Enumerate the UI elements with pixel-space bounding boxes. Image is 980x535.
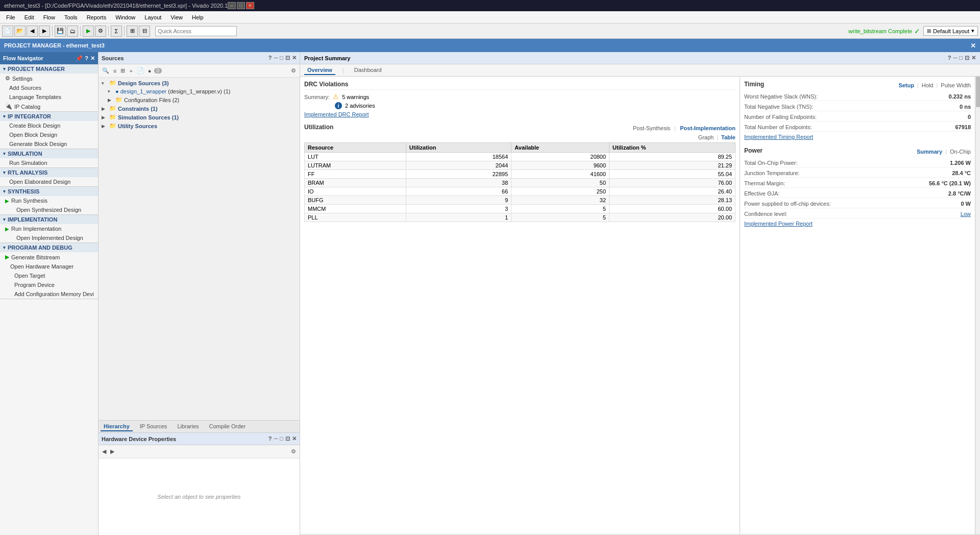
sources-expand-icon[interactable]: ⊡ bbox=[285, 55, 290, 61]
nav-language-templates[interactable]: Language Templates bbox=[0, 92, 98, 102]
minimize-button[interactable]: ─ bbox=[228, 2, 236, 9]
nav-add-sources[interactable]: Add Sources bbox=[0, 83, 98, 92]
section-header-ip-integrator[interactable]: ▾ IP INTEGRATOR bbox=[0, 112, 98, 121]
ps-minimize-icon[interactable]: ─ bbox=[953, 55, 958, 61]
tree-sim-sources[interactable]: ▶ 📁 Simulation Sources (1) bbox=[100, 113, 299, 121]
nav-generate-block[interactable]: Generate Block Design bbox=[0, 139, 98, 149]
tb-sigma-button[interactable]: Σ bbox=[111, 26, 122, 37]
tab-dashboard[interactable]: Dashboard bbox=[351, 66, 385, 75]
ps-scroll-thumb[interactable] bbox=[976, 77, 980, 107]
nav-close-icon[interactable]: ✕ bbox=[90, 55, 95, 62]
nav-run-synthesis[interactable]: ▶ Run Synthesis bbox=[0, 196, 98, 205]
nav-create-block[interactable]: Create Block Design bbox=[0, 121, 98, 130]
tab-timing-setup[interactable]: Setup bbox=[898, 82, 914, 88]
tb-extra-button[interactable]: ⊞ bbox=[127, 26, 138, 37]
tree-utility-sources[interactable]: ▶ 📁 Utility Sources bbox=[100, 121, 299, 130]
hw-maximize-icon[interactable]: □ bbox=[280, 435, 283, 442]
hw-close-icon[interactable]: ✕ bbox=[292, 435, 297, 442]
sources-maximize-icon[interactable]: □ bbox=[280, 55, 283, 61]
menu-reports[interactable]: Reports bbox=[83, 13, 111, 21]
nav-settings[interactable]: ⚙ Settings bbox=[0, 74, 98, 83]
tab-graph[interactable]: Graph bbox=[698, 134, 714, 140]
tree-design-wrapper[interactable]: ▾ ● design_1_wrapper (design_1_wrapper.v… bbox=[100, 87, 299, 95]
menu-view[interactable]: View bbox=[166, 13, 187, 21]
nav-program-device[interactable]: Program Device bbox=[0, 280, 98, 289]
nav-run-simulation[interactable]: Run Simulation bbox=[0, 158, 98, 167]
tb-open-button[interactable]: 📂 bbox=[14, 26, 26, 37]
sources-filter-icon[interactable]: ≡ bbox=[112, 67, 118, 75]
timing-report-link[interactable]: Implemented Timing Report bbox=[744, 134, 813, 140]
menu-help[interactable]: Help bbox=[188, 13, 208, 21]
sources-circle-icon[interactable]: ● bbox=[146, 67, 153, 75]
section-header-program-debug[interactable]: ▾ PROGRAM AND DEBUG bbox=[0, 243, 98, 252]
quick-access-input[interactable] bbox=[155, 26, 237, 36]
nav-open-target[interactable]: Open Target bbox=[0, 271, 98, 280]
sources-add-icon[interactable]: + bbox=[128, 67, 134, 75]
menu-flow[interactable]: Flow bbox=[39, 13, 59, 21]
nav-gen-bitstream[interactable]: ▶ Generate Bitstream bbox=[0, 252, 98, 262]
drc-report-link[interactable]: Implemented DRC Report bbox=[304, 111, 369, 117]
ps-scrollbar[interactable] bbox=[975, 77, 980, 534]
sources-minimize-icon[interactable]: ─ bbox=[274, 55, 278, 61]
tree-design-sources[interactable]: ▾ 📁 Design Sources (3) bbox=[100, 79, 299, 87]
section-header-rtl-analysis[interactable]: ▾ RTL ANALYSIS bbox=[0, 168, 98, 177]
menu-window[interactable]: Window bbox=[111, 13, 139, 21]
tree-config-files[interactable]: ▶ 📁 Configuration Files (2) bbox=[100, 95, 299, 104]
nav-open-synth[interactable]: Open Synthesized Design bbox=[0, 205, 98, 214]
hw-gear-icon[interactable]: ⚙ bbox=[289, 447, 298, 456]
tb-back-button[interactable]: ◀ bbox=[27, 26, 38, 37]
nav-pin-icon[interactable]: 📌 bbox=[76, 55, 83, 62]
hw-question-icon[interactable]: ? bbox=[268, 435, 272, 442]
power-row-link[interactable]: Low bbox=[961, 211, 971, 217]
tab-compile-order[interactable]: Compile Order bbox=[206, 422, 249, 431]
ps-close-icon[interactable]: ✕ bbox=[971, 55, 976, 61]
tab-post-synthesis[interactable]: Post-Synthesis bbox=[633, 125, 670, 131]
ps-question-icon[interactable]: ? bbox=[948, 55, 951, 61]
tab-timing-hold[interactable]: Hold bbox=[922, 82, 934, 88]
ps-expand-icon[interactable]: ⊡ bbox=[965, 55, 969, 61]
tb-new-button[interactable]: 📄 bbox=[2, 26, 13, 37]
tab-ip-sources[interactable]: IP Sources bbox=[137, 422, 170, 431]
close-button[interactable]: ✕ bbox=[246, 2, 254, 9]
tab-power-onchip[interactable]: On-Chip bbox=[950, 149, 971, 155]
projbar-close-icon[interactable]: ✕ bbox=[970, 42, 976, 50]
section-header-synthesis[interactable]: ▾ SYNTHESIS bbox=[0, 187, 98, 196]
nav-open-hw[interactable]: Open Hardware Manager bbox=[0, 262, 98, 271]
hw-expand-icon[interactable]: ⊡ bbox=[285, 435, 290, 442]
nav-run-impl[interactable]: ▶ Run Implementation bbox=[0, 224, 98, 233]
tab-power-summary[interactable]: Summary bbox=[917, 149, 942, 155]
nav-open-elaborated[interactable]: Open Elaborated Design bbox=[0, 177, 98, 186]
hw-forward-icon[interactable]: ▶ bbox=[109, 447, 116, 456]
menu-file[interactable]: File bbox=[2, 13, 19, 21]
menu-layout[interactable]: Layout bbox=[140, 13, 165, 21]
tree-link-design-wrapper[interactable]: design_1_wrapper bbox=[120, 88, 167, 94]
tab-timing-pulse-width[interactable]: Pulse Width bbox=[941, 82, 971, 88]
menu-edit[interactable]: Edit bbox=[20, 13, 38, 21]
nav-ip-catalog[interactable]: 🔌 IP Catalog bbox=[0, 102, 98, 111]
nav-add-config[interactable]: Add Configuration Memory Devi bbox=[0, 289, 98, 299]
tb-save-button[interactable]: 💾 bbox=[55, 26, 66, 37]
section-header-implementation[interactable]: ▾ IMPLEMENTATION bbox=[0, 215, 98, 224]
tb-settings-button[interactable]: ⚙ bbox=[95, 26, 106, 37]
tb-run-button[interactable]: ▶ bbox=[83, 26, 94, 37]
tree-constraints[interactable]: ▶ 📁 Constraints (1) bbox=[100, 104, 299, 113]
sources-question-icon[interactable]: ? bbox=[268, 55, 272, 61]
tb-save-all-button[interactable]: 🗂 bbox=[67, 26, 78, 37]
power-report-link[interactable]: Implemented Power Report bbox=[744, 221, 813, 227]
sources-expand-all-icon[interactable]: ⊞ bbox=[119, 66, 127, 75]
layout-selector[interactable]: ⊞ Default Layout ▾ bbox=[923, 26, 978, 36]
section-header-project-manager[interactable]: ▾ PROJECT MANAGER bbox=[0, 64, 98, 74]
sources-gear-icon[interactable]: ⚙ bbox=[289, 66, 298, 75]
tab-post-implementation[interactable]: Post-Implementation bbox=[680, 125, 736, 131]
tab-table[interactable]: Table bbox=[721, 134, 736, 140]
menu-tools[interactable]: Tools bbox=[60, 13, 82, 21]
nav-open-block[interactable]: Open Block Design bbox=[0, 130, 98, 139]
tab-hierarchy[interactable]: Hierarchy bbox=[101, 422, 133, 431]
hw-minimize-icon[interactable]: ─ bbox=[274, 435, 278, 442]
sources-close-icon[interactable]: ✕ bbox=[292, 55, 297, 61]
nav-open-impl[interactable]: Open Implemented Design bbox=[0, 233, 98, 242]
sources-search-icon[interactable]: 🔍 bbox=[101, 66, 111, 75]
tb-forward-button[interactable]: ▶ bbox=[39, 26, 50, 37]
tb-extra2-button[interactable]: ⊟ bbox=[139, 26, 150, 37]
nav-question-icon[interactable]: ? bbox=[85, 55, 88, 62]
